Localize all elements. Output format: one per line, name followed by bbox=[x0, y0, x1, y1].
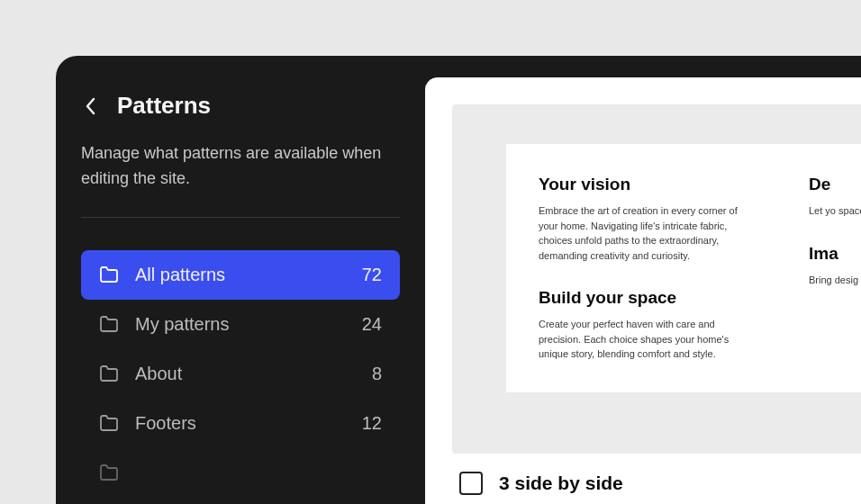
nav-item-count: 12 bbox=[362, 413, 382, 434]
nav-item-count: 72 bbox=[362, 265, 382, 285]
preview-block-body: Let yo space home bbox=[809, 203, 861, 219]
back-icon[interactable] bbox=[81, 97, 99, 115]
pattern-category-list: All patterns 72 My patterns 24 About 8 bbox=[81, 250, 400, 497]
nav-item-all-patterns[interactable]: All patterns 72 bbox=[81, 250, 400, 300]
main-panel: Your vision Embrace the art of creation … bbox=[425, 77, 861, 504]
preview-block-body: Embrace the art of creation in every cor… bbox=[539, 203, 755, 263]
nav-item-my-patterns[interactable]: My patterns 24 bbox=[81, 300, 400, 349]
nav-item-label: Footers bbox=[135, 413, 346, 434]
divider bbox=[81, 217, 400, 218]
pattern-preview-content: Your vision Embrace the art of creation … bbox=[506, 144, 861, 392]
folder-icon bbox=[99, 364, 119, 383]
preview-block: Your vision Embrace the art of creation … bbox=[539, 175, 755, 263]
sidebar: Patterns Manage what patterns are availa… bbox=[56, 56, 425, 504]
pattern-name-label: 3 side by side bbox=[499, 472, 623, 494]
preview-column: Your vision Embrace the art of creation … bbox=[539, 175, 755, 362]
folder-icon bbox=[99, 413, 119, 433]
nav-item-count: 24 bbox=[362, 314, 382, 335]
folder-icon bbox=[99, 265, 119, 284]
sidebar-header: Patterns bbox=[81, 92, 400, 120]
nav-item-label: My patterns bbox=[135, 314, 346, 335]
preview-block-title: Your vision bbox=[539, 175, 755, 194]
pattern-preview[interactable]: Your vision Embrace the art of creation … bbox=[452, 104, 861, 454]
nav-item-about[interactable]: About 8 bbox=[81, 349, 400, 399]
preview-block-body: Create your perfect haven with care and … bbox=[539, 317, 755, 362]
preview-column: De Let yo space home Ima Bring desig ref… bbox=[809, 175, 861, 362]
preview-block: De Let yo space home bbox=[809, 175, 861, 219]
nav-item-footers[interactable]: Footers 12 bbox=[81, 399, 400, 448]
preview-block-title: De bbox=[809, 175, 861, 194]
preview-block-title: Build your space bbox=[539, 288, 755, 308]
preview-block-body: Bring desig reflec bbox=[809, 273, 861, 288]
preview-block: Build your space Create your perfect hav… bbox=[539, 288, 755, 362]
sidebar-title: Patterns bbox=[117, 92, 211, 120]
app-window: Patterns Manage what patterns are availa… bbox=[56, 56, 861, 504]
preview-block-title: Ima bbox=[809, 244, 861, 264]
nav-item-label: About bbox=[135, 364, 356, 384]
nav-item-partial[interactable] bbox=[81, 448, 400, 497]
nav-item-count: 8 bbox=[372, 364, 382, 384]
preview-block: Ima Bring desig reflec bbox=[809, 244, 861, 288]
pattern-checkbox[interactable] bbox=[459, 472, 483, 495]
pattern-item-row: 3 side by side bbox=[452, 454, 861, 495]
sidebar-subtitle: Manage what patterns are available when … bbox=[81, 141, 400, 192]
folder-icon bbox=[99, 463, 119, 482]
folder-icon bbox=[99, 314, 119, 334]
nav-item-label: All patterns bbox=[135, 265, 346, 285]
